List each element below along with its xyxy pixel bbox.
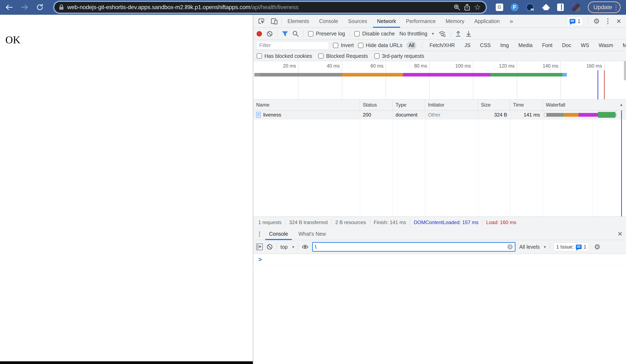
filter-chip-all[interactable]: All — [407, 41, 417, 49]
waterfall-segment-stalled — [547, 113, 562, 117]
extensions-puzzle-icon[interactable] — [541, 3, 550, 11]
blocked-requests-checkbox[interactable] — [318, 53, 324, 59]
extension-b-icon[interactable]: B — [496, 3, 503, 11]
column-header-waterfall[interactable]: Waterfall ▲ — [543, 100, 626, 110]
console-messages-area[interactable]: > — [253, 254, 626, 364]
load-marker-line — [604, 70, 605, 99]
filter-chip-fetch-xhr[interactable]: Fetch/XHR — [428, 41, 457, 49]
timeline-overview[interactable]: 20 ms40 ms60 ms80 ms100 ms120 ms140 ms16… — [253, 61, 626, 100]
tab-performance[interactable]: Performance — [402, 15, 440, 28]
disable-cache-checkbox[interactable] — [354, 31, 360, 36]
import-har-icon[interactable] — [455, 31, 461, 37]
timeline-tick-label: 140 ms — [543, 63, 558, 69]
javascript-context-dropdown[interactable]: top ▾ — [280, 244, 294, 250]
filter-chip-media[interactable]: Media — [516, 41, 535, 49]
clear-network-log-icon[interactable] — [267, 31, 273, 37]
console-issues-button[interactable]: 1 Issue: 1 — [554, 243, 589, 251]
eye-icon[interactable] — [302, 244, 309, 249]
log-levels-dropdown[interactable]: All levels ▾ — [519, 244, 546, 250]
filter-toggle-icon[interactable] — [282, 31, 288, 36]
tab-console[interactable]: Console — [315, 15, 342, 28]
zoom-button[interactable] — [454, 4, 460, 11]
column-header-size[interactable]: Size — [478, 100, 510, 110]
timeline-gridline — [473, 61, 473, 99]
filter-chip-ws[interactable]: WS — [579, 41, 591, 49]
update-button[interactable]: Update — [588, 1, 621, 13]
network-filter-row: Invert Hide data URLs All Fetch/XHR JS C… — [253, 40, 626, 51]
timeline-tick-label: 120 ms — [499, 63, 514, 69]
throttling-dropdown[interactable]: No throttling ▾ — [399, 31, 434, 37]
devtools-menu-icon[interactable]: ⋮ — [605, 17, 611, 25]
devtools-settings-icon[interactable]: ⚙ — [593, 17, 599, 25]
password-manager-icon[interactable] — [526, 3, 534, 11]
inspect-element-icon[interactable] — [256, 18, 267, 25]
request-initiator-cell[interactable]: Other — [425, 110, 478, 119]
clear-console-icon[interactable] — [267, 244, 273, 250]
network-filter-input[interactable] — [257, 41, 329, 49]
table-row[interactable]: liveness 200 document Other 324 B 141 ms — [253, 110, 626, 119]
drawer-tab-whats-new[interactable]: What's New — [295, 228, 330, 240]
browser-menu-icon[interactable] — [615, 4, 617, 10]
record-network-log-button[interactable] — [257, 31, 262, 36]
column-header-time[interactable]: Time — [510, 100, 543, 110]
summary-load: Load: 160 ms — [482, 219, 520, 225]
hide-data-urls-checkbox[interactable] — [358, 43, 363, 48]
filter-chip-js[interactable]: JS — [462, 41, 472, 49]
console-settings-icon[interactable]: ⚙ — [594, 243, 600, 251]
tab-sources[interactable]: Sources — [344, 15, 371, 28]
timeline-segment-stalled — [260, 73, 342, 76]
filter-chip-css[interactable]: CSS — [478, 41, 493, 49]
drawer-menu-icon[interactable]: ⋮ — [257, 230, 262, 237]
filter-chip-doc[interactable]: Doc — [560, 41, 573, 49]
reload-button[interactable] — [35, 3, 44, 12]
search-network-icon[interactable] — [292, 31, 299, 37]
extension-f-icon[interactable]: F — [511, 3, 518, 11]
filter-chip-manifest[interactable]: Manifest — [621, 41, 626, 49]
address-bar[interactable]: web-nodejs-git-eshortis-dev.apps.sandbox… — [54, 2, 486, 13]
drawer-tab-console[interactable]: Console — [265, 228, 292, 240]
tab-elements[interactable]: Elements — [283, 15, 313, 28]
console-filter-input[interactable] — [315, 244, 507, 250]
third-party-requests-checkbox[interactable] — [374, 53, 380, 59]
profile-avatar[interactable] — [571, 3, 580, 12]
preserve-log-checkbox[interactable] — [308, 31, 313, 36]
device-toolbar-icon[interactable] — [269, 18, 280, 25]
forward-button[interactable] — [20, 3, 29, 12]
filter-chip-img[interactable]: Img — [498, 41, 511, 49]
export-har-icon[interactable] — [466, 31, 471, 37]
timeline-tick-label: 160 ms — [587, 63, 602, 69]
issues-button[interactable]: 1 — [567, 17, 583, 26]
request-waterfall-cell[interactable] — [543, 110, 626, 119]
bookmark-button[interactable]: ☆ — [474, 3, 481, 12]
devtools-close-icon[interactable]: ✕ — [616, 18, 622, 25]
console-prompt-chevron[interactable]: > — [253, 254, 626, 263]
clear-filter-icon[interactable]: ✕ — [507, 244, 513, 250]
issues-count: 1 — [584, 244, 587, 250]
console-sidebar-toggle-icon[interactable] — [256, 244, 263, 250]
filter-chip-wasm[interactable]: Wasm — [596, 41, 615, 49]
drawer-close-icon[interactable]: ✕ — [618, 230, 623, 238]
blocked-requests-label: Blocked Requests — [326, 53, 368, 59]
filter-chip-font[interactable]: Font — [540, 41, 554, 49]
side-panel-icon[interactable] — [557, 3, 564, 11]
forward-arrow-icon — [21, 4, 28, 10]
timeline-scrollbar[interactable] — [624, 61, 626, 80]
column-header-type[interactable]: Type — [393, 100, 425, 110]
tab-network[interactable]: Network — [373, 15, 400, 28]
dropdown-arrow-icon: ▾ — [544, 245, 546, 249]
network-conditions-icon[interactable] — [438, 31, 446, 37]
timeline-tick-label: 20 ms — [283, 63, 296, 69]
third-party-requests-label: 3rd-party requests — [382, 53, 424, 59]
invert-checkbox[interactable] — [333, 43, 338, 48]
has-blocked-cookies-checkbox[interactable] — [257, 53, 262, 59]
url-text: web-nodejs-git-eshortis-dev.apps.sandbox… — [67, 4, 299, 11]
column-header-name[interactable]: Name — [253, 100, 360, 110]
tab-application[interactable]: Application — [470, 15, 504, 28]
tab-memory[interactable]: Memory — [441, 15, 468, 28]
more-tabs-button[interactable]: » — [506, 15, 517, 28]
request-name-cell[interactable]: liveness — [253, 110, 360, 119]
column-header-initiator[interactable]: Initiator — [425, 100, 478, 110]
column-header-status[interactable]: Status — [360, 100, 393, 110]
share-button[interactable] — [464, 4, 470, 11]
back-button[interactable] — [4, 3, 14, 12]
